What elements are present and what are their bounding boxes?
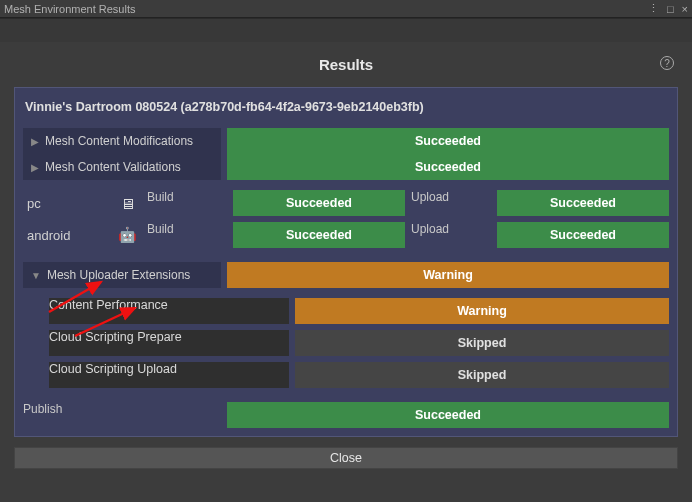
indent-gutter: [23, 330, 43, 356]
uploader-extensions-label: Mesh Uploader Extensions: [47, 268, 190, 282]
publish-label: Publish: [23, 402, 221, 428]
close-icon[interactable]: ×: [682, 3, 688, 15]
indent-gutter: [23, 362, 43, 388]
sub-row: Content PerformanceWarning: [23, 298, 669, 324]
sub-row: Cloud Scripting UploadSkipped: [23, 362, 669, 388]
result-label-cell[interactable]: ▶Mesh Content Validations: [23, 154, 221, 180]
build-label: Build: [147, 222, 227, 248]
page-title: Results: [319, 56, 373, 73]
upload-label: Upload: [411, 222, 491, 248]
sub-label: Cloud Scripting Prepare: [49, 330, 289, 356]
toolbar-spacer: [0, 18, 692, 42]
environment-title: Vinnie's Dartroom 080524 (a278b70d-fb64-…: [23, 96, 669, 122]
sub-status: Skipped: [295, 362, 669, 388]
result-label: Mesh Content Validations: [45, 160, 181, 174]
result-label: Mesh Content Modifications: [45, 134, 193, 148]
header-row: Results ?: [14, 54, 678, 77]
android-icon: 🤖: [113, 222, 141, 248]
close-button[interactable]: Close: [14, 447, 678, 469]
maximize-icon[interactable]: □: [667, 3, 674, 15]
sub-status: Skipped: [295, 330, 669, 356]
result-status: Succeeded: [227, 154, 669, 180]
result-label-cell[interactable]: ▶Mesh Content Modifications: [23, 128, 221, 154]
more-icon[interactable]: ⋮: [648, 2, 659, 15]
result-status: Succeeded: [227, 128, 669, 154]
upload-status: Succeeded: [497, 190, 669, 216]
window-title: Mesh Environment Results: [4, 3, 135, 15]
uploader-extensions-row[interactable]: ▼ Mesh Uploader Extensions Warning: [23, 262, 669, 288]
monitor-icon: 🖥: [113, 190, 141, 216]
uploader-extensions-status: Warning: [227, 262, 669, 288]
build-label: Build: [147, 190, 227, 216]
chevron-right-icon[interactable]: ▶: [31, 136, 39, 147]
chevron-right-icon[interactable]: ▶: [31, 162, 39, 173]
indent-gutter: [23, 298, 43, 324]
platform-name: android: [23, 222, 107, 248]
platform-row: pc🖥BuildSucceededUploadSucceeded: [23, 190, 669, 216]
uploader-extensions-label-cell[interactable]: ▼ Mesh Uploader Extensions: [23, 262, 221, 288]
result-row[interactable]: ▶Mesh Content ValidationsSucceeded: [23, 154, 669, 180]
sub-row: Cloud Scripting PrepareSkipped: [23, 330, 669, 356]
build-status: Succeeded: [233, 222, 405, 248]
build-status: Succeeded: [233, 190, 405, 216]
platform-row: android🤖BuildSucceededUploadSucceeded: [23, 222, 669, 248]
sub-label: Content Performance: [49, 298, 289, 324]
content: Results ? Vinnie's Dartroom 080524 (a278…: [0, 42, 692, 502]
publish-status: Succeeded: [227, 402, 669, 428]
help-icon[interactable]: ?: [660, 56, 674, 70]
titlebar: Mesh Environment Results ⋮ □ ×: [0, 0, 692, 18]
upload-label: Upload: [411, 190, 491, 216]
publish-row: Publish Succeeded: [23, 402, 669, 428]
sub-status: Warning: [295, 298, 669, 324]
result-row[interactable]: ▶Mesh Content ModificationsSucceeded: [23, 128, 669, 154]
window: Mesh Environment Results ⋮ □ × Results ?…: [0, 0, 692, 502]
results-panel: Vinnie's Dartroom 080524 (a278b70d-fb64-…: [14, 87, 678, 437]
window-controls: ⋮ □ ×: [648, 2, 688, 15]
platform-name: pc: [23, 190, 107, 216]
sub-label: Cloud Scripting Upload: [49, 362, 289, 388]
upload-status: Succeeded: [497, 222, 669, 248]
chevron-down-icon[interactable]: ▼: [31, 270, 41, 281]
